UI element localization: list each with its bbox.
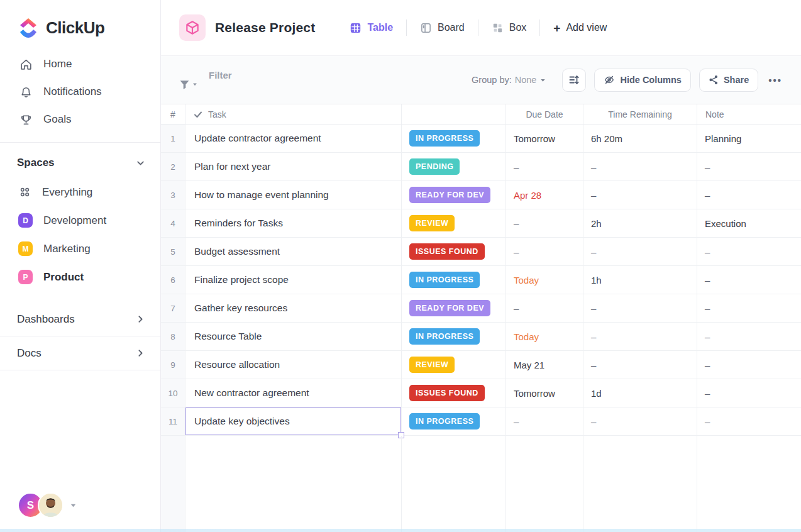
status-cell[interactable]: ISSUES FOUND	[402, 379, 506, 407]
status-badge[interactable]: REVIEW	[409, 357, 455, 373]
status-cell[interactable]: PENDING	[402, 153, 506, 180]
table-row[interactable]: 4 Reminders for Tasks REVIEW – 2h Execut…	[161, 209, 801, 238]
time-remaining-cell[interactable]: 1h	[583, 266, 697, 294]
task-cell[interactable]: Update contractor agreement	[185, 125, 402, 152]
due-date-cell[interactable]: –	[506, 153, 583, 180]
task-cell[interactable]: Budget assessment	[185, 238, 402, 265]
tab-board[interactable]: Board	[407, 22, 478, 34]
sidebar-item-product[interactable]: P Product	[0, 263, 160, 291]
sidebar-item-goals[interactable]: Goals	[0, 106, 160, 133]
sidebar-item-everything[interactable]: Everything	[0, 178, 160, 206]
table-row[interactable]: 9 Resource allocation REVIEW May 21 – –	[161, 351, 801, 379]
time-remaining-cell[interactable]: 1d	[583, 379, 697, 407]
task-cell[interactable]: Resource Table	[185, 323, 402, 350]
task-cell[interactable]: Reminders for Tasks	[185, 209, 402, 237]
status-cell[interactable]: IN PROGRESS	[402, 125, 506, 152]
filter-button[interactable]: Filter	[179, 70, 232, 91]
sort-button[interactable]	[562, 69, 586, 92]
task-cell[interactable]: Gather key resources	[185, 294, 402, 322]
task-cell[interactable]: How to manage event planning	[185, 181, 402, 209]
task-cell[interactable]: Update key objectives	[185, 407, 402, 435]
status-cell[interactable]: IN PROGRESS	[402, 323, 506, 350]
status-badge[interactable]: ISSUES FOUND	[409, 385, 485, 401]
status-badge[interactable]: PENDING	[409, 158, 460, 175]
status-badge[interactable]: ISSUES FOUND	[409, 243, 485, 260]
status-cell[interactable]: IN PROGRESS	[402, 407, 506, 435]
user-menu[interactable]: S	[18, 492, 77, 518]
status-cell[interactable]: ISSUES FOUND	[402, 238, 506, 265]
column-header-time-remaining[interactable]: Time Remaining	[583, 104, 697, 124]
due-date-cell[interactable]: Tomorrow	[506, 125, 583, 152]
time-remaining-cell[interactable]: –	[583, 181, 697, 209]
sidebar-item-home[interactable]: Home	[0, 50, 160, 78]
table-row[interactable]: 6 Finalize project scope IN PROGRESS Tod…	[161, 266, 801, 294]
table-row[interactable]: 3 How to manage event planning READY FOR…	[161, 181, 801, 209]
time-remaining-cell[interactable]: –	[583, 323, 697, 350]
time-remaining-cell[interactable]: –	[583, 153, 697, 180]
status-cell[interactable]: REVIEW	[402, 209, 506, 237]
status-badge[interactable]: IN PROGRESS	[409, 413, 480, 429]
due-date-cell[interactable]: Today	[506, 323, 583, 350]
note-cell[interactable]: –	[697, 379, 801, 407]
add-view-button[interactable]: + Add view	[540, 22, 607, 34]
share-button[interactable]: Share	[699, 69, 758, 92]
time-remaining-cell[interactable]: 2h	[583, 209, 697, 237]
note-cell[interactable]: –	[697, 407, 801, 435]
chevron-down-icon[interactable]	[69, 501, 77, 509]
time-remaining-cell[interactable]: –	[583, 294, 697, 322]
table-row[interactable]: 8 Resource Table IN PROGRESS Today – –	[161, 323, 801, 351]
column-header-number[interactable]: #	[161, 104, 185, 124]
status-cell[interactable]: IN PROGRESS	[402, 266, 506, 294]
status-badge[interactable]: IN PROGRESS	[409, 272, 480, 288]
note-cell[interactable]: –	[697, 323, 801, 350]
status-cell[interactable]: REVIEW	[402, 351, 506, 379]
column-header-status[interactable]	[402, 104, 506, 124]
user-avatar[interactable]	[38, 492, 64, 518]
due-date-cell[interactable]: Tomorrow	[506, 379, 583, 407]
table-row[interactable]: 10 New contractor agreement ISSUES FOUND…	[161, 379, 801, 407]
status-badge[interactable]: IN PROGRESS	[409, 130, 480, 147]
clickup-logo[interactable]: ClickUp	[0, 0, 160, 50]
time-remaining-cell[interactable]: –	[583, 351, 697, 379]
group-by-dropdown[interactable]: Group by: None	[472, 75, 546, 85]
status-cell[interactable]: READY FOR DEV	[402, 181, 506, 209]
task-cell[interactable]: New contractor agreement	[185, 379, 402, 407]
chevron-down-icon[interactable]	[136, 158, 145, 168]
due-date-cell[interactable]: Apr 28	[506, 181, 583, 209]
note-cell[interactable]: Execution	[697, 209, 801, 237]
tab-table[interactable]: Table	[336, 22, 406, 34]
table-row[interactable]: 5 Budget assessment ISSUES FOUND – – –	[161, 238, 801, 266]
due-date-cell[interactable]: –	[506, 294, 583, 322]
hide-columns-button[interactable]: Hide Columns	[594, 69, 690, 92]
due-date-cell[interactable]: Today	[506, 266, 583, 294]
spaces-section-header[interactable]: Spaces	[0, 143, 160, 178]
time-remaining-cell[interactable]: 6h 20m	[583, 125, 697, 152]
note-cell[interactable]: –	[697, 351, 801, 379]
time-remaining-cell[interactable]: –	[583, 238, 697, 265]
status-badge[interactable]: READY FOR DEV	[409, 300, 490, 316]
note-cell[interactable]: –	[697, 238, 801, 265]
status-badge[interactable]: REVIEW	[409, 215, 455, 231]
more-options-button[interactable]: •••	[768, 75, 782, 86]
due-date-cell[interactable]: –	[506, 238, 583, 265]
column-header-due-date[interactable]: Due Date	[506, 104, 583, 124]
task-cell[interactable]: Plan for next year	[185, 153, 402, 180]
table-row[interactable]: 11 Update key objectives IN PROGRESS – –…	[161, 407, 801, 436]
due-date-cell[interactable]: May 21	[506, 351, 583, 379]
sidebar-item-development[interactable]: D Development	[0, 206, 160, 235]
note-cell[interactable]: –	[697, 266, 801, 294]
note-cell[interactable]: –	[697, 181, 801, 209]
status-badge[interactable]: IN PROGRESS	[409, 328, 480, 345]
note-cell[interactable]: –	[697, 294, 801, 322]
due-date-cell[interactable]: –	[506, 209, 583, 237]
tab-box[interactable]: Box	[478, 22, 540, 34]
time-remaining-cell[interactable]: –	[583, 407, 697, 435]
sidebar-item-notifications[interactable]: Notifications	[0, 78, 160, 106]
due-date-cell[interactable]: –	[506, 407, 583, 435]
table-row[interactable]: 7 Gather key resources READY FOR DEV – –…	[161, 294, 801, 323]
column-header-task[interactable]: Task	[185, 104, 402, 124]
status-badge[interactable]: READY FOR DEV	[409, 187, 490, 203]
note-cell[interactable]: –	[697, 153, 801, 180]
note-cell[interactable]: Planning	[697, 125, 801, 152]
task-cell[interactable]: Resource allocation	[185, 351, 402, 379]
